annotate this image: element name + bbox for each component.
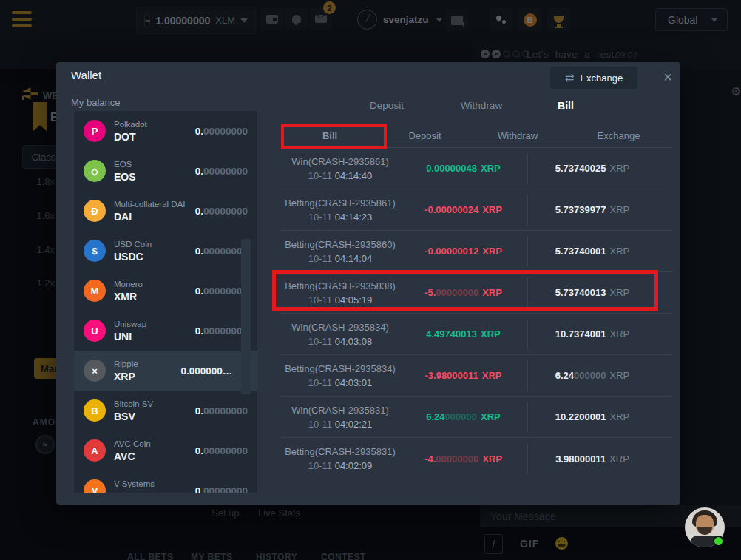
coin-balance: 0.00000000: [195, 485, 248, 493]
coin-balance: 0.00000000: [195, 405, 248, 416]
transaction-balance: 5.73740001XRP: [528, 246, 673, 257]
transaction-description: Betting(CRASH-2935838): [281, 280, 399, 291]
transaction-time: 10-11 04:14:23: [281, 212, 399, 223]
transaction-description: Win(CRASH-2935831): [281, 405, 399, 416]
coin-balance: 0.000000…: [181, 365, 233, 377]
transaction-balance: 5.73739977XRP: [528, 204, 673, 215]
transaction-balance: 5.73740013XRP: [528, 287, 673, 298]
transaction-amount: -5.00000000XRP: [399, 287, 527, 298]
wallet-modal: Wallet ⇄ Exchange × My balance Deposit W…: [56, 62, 680, 505]
coin-icon: ◇: [84, 160, 106, 182]
coin-icon: P: [84, 120, 106, 142]
transaction-balance: 5.73740025XRP: [528, 163, 673, 174]
transaction-time: 10-11 04:14:40: [281, 170, 399, 181]
coin-list-item[interactable]: ◇ EOS EOS 0.00000000 ›: [74, 151, 257, 191]
coin-balance: 0.00000000: [195, 286, 248, 297]
coin-name: Uniswap: [114, 320, 146, 328]
transaction-row: Betting(CRASH-2935834) 10-11 04:03:01 -3…: [281, 355, 673, 397]
coin-ticker: EOS: [114, 171, 136, 183]
transaction-amount: -3.98000011XRP: [399, 370, 527, 381]
coin-icon: Ð: [84, 200, 106, 222]
screen: ≈ 1.00000000 XLM 2 svenjatzu B Global WE…: [0, 0, 741, 560]
coin-icon: V: [84, 479, 106, 493]
coin-list-item[interactable]: × Ripple XRP 0.000000… ›: [74, 351, 257, 391]
coin-list-item[interactable]: B Bitcoin SV BSV 0.00000000 ›: [74, 391, 257, 431]
transaction-description: Win(CRASH-2935861): [281, 156, 399, 167]
header-deposit: Deposit: [379, 130, 471, 141]
coin-list-item[interactable]: $ USD Coin USDC 0.00000000 ›: [74, 231, 257, 271]
coin-icon: ×: [84, 360, 106, 382]
transaction-row: Betting(CRASH-2935860) 10-11 04:14:04 -0…: [281, 231, 673, 272]
transaction-description: Betting(CRASH-2935860): [281, 239, 399, 250]
coin-name: AVC Coin: [114, 439, 151, 448]
coin-list-item[interactable]: M Monero XMR 0.00000000 ›: [74, 271, 257, 311]
transaction-description: Betting(CRASH-2935831): [281, 446, 399, 457]
tab-withdraw[interactable]: Withdraw: [461, 100, 502, 111]
close-icon[interactable]: ×: [657, 66, 679, 88]
transaction-description: Win(CRASH-2935834): [281, 322, 399, 333]
header-exchange: Exchange: [564, 130, 673, 141]
transaction-balance: 3.98000011XRP: [528, 453, 673, 465]
coin-balance: 0.00000000: [195, 126, 248, 137]
exchange-label: Exchange: [580, 72, 623, 84]
transaction-balance: 6.24000000XRP: [528, 370, 673, 381]
exchange-button[interactable]: ⇄ Exchange: [550, 67, 637, 89]
coin-list-item[interactable]: P Polkadot DOT 0.00000000 ›: [74, 111, 257, 151]
coin-ticker: DOT: [114, 131, 147, 143]
transaction-amount: -0.00000012XRP: [399, 246, 527, 257]
coin-list: P Polkadot DOT 0.00000000 › ◇ EOS EOS 0.…: [74, 111, 257, 493]
coin-name: USD Coin: [114, 240, 152, 249]
transaction-amount: 4.49740013XRP: [399, 328, 527, 340]
transaction-amount: 0.00000048XRP: [399, 163, 527, 174]
coin-list-item[interactable]: U Uniswap UNI 0.00000000 ›: [74, 311, 257, 351]
transaction-row: Betting(CRASH-2935861) 10-11 04:14:23 -0…: [281, 189, 673, 231]
transaction-row: Win(CRASH-2935831) 10-11 04:02:21 6.2400…: [281, 397, 673, 438]
transaction-time: 10-11 04:02:09: [281, 460, 399, 471]
coin-icon: B: [84, 399, 106, 422]
coin-icon: U: [84, 320, 106, 342]
coin-ticker: USDC: [114, 251, 152, 263]
coin-name: Bitcoin SV: [114, 399, 153, 408]
coin-balance: 0.00000000: [195, 246, 248, 257]
transaction-row: Betting(CRASH-2935838) 10-11 04:05:19 -5…: [281, 272, 673, 314]
tab-deposit[interactable]: Deposit: [370, 100, 404, 111]
transaction-time: 10-11 04:02:21: [281, 419, 399, 430]
transaction-amount: -4.00000000XRP: [399, 453, 527, 465]
coin-name: V Systems: [114, 479, 155, 488]
transaction-row: Win(CRASH-2935834) 10-11 04:03:08 4.4974…: [281, 314, 673, 355]
bill-table-header: Bill Deposit Withdraw Exchange: [281, 124, 673, 148]
tab-bill[interactable]: Bill: [558, 100, 574, 112]
modal-title: Wallet: [71, 69, 101, 81]
transaction-description: Betting(CRASH-2935861): [281, 198, 399, 209]
coin-balance: 0.00000000: [195, 166, 248, 177]
coin-list-scrollbar[interactable]: [241, 239, 251, 394]
coin-name: Multi-collateral DAI: [114, 200, 186, 209]
coin-list-item[interactable]: A AVC Coin AVC 0.00000000 ›: [74, 431, 257, 470]
bill-table-body: Win(CRASH-2935861) 10-11 04:14:40 0.0000…: [281, 148, 673, 479]
coin-name: Monero: [114, 280, 143, 289]
coin-ticker: XRP: [114, 371, 138, 382]
transaction-amount: 6.24000000XRP: [399, 411, 527, 422]
my-balance-label: My balance: [71, 97, 120, 108]
coin-ticker: VSYS: [114, 490, 155, 493]
coin-icon: A: [84, 439, 106, 462]
coin-list-item[interactable]: Ð Multi-collateral DAI DAI 0.00000000 ›: [74, 191, 257, 231]
coin-balance: 0.00000000: [195, 206, 248, 217]
exchange-arrows-icon: ⇄: [565, 71, 575, 84]
coin-ticker: AVC: [114, 451, 151, 462]
bill-table: Bill Deposit Withdraw Exchange Win(CRASH…: [281, 124, 673, 479]
transaction-balance: 10.7374001XRP: [528, 328, 673, 340]
coin-ticker: XMR: [114, 291, 143, 303]
coin-icon: M: [84, 280, 106, 302]
coin-icon: $: [84, 240, 106, 262]
coin-ticker: UNI: [114, 331, 146, 343]
transaction-time: 10-11 04:05:19: [281, 294, 399, 306]
coin-ticker: BSV: [114, 411, 153, 422]
coin-ticker: DAI: [114, 211, 186, 223]
online-status-dot: [713, 536, 724, 547]
coin-name: Ripple: [114, 360, 138, 368]
transaction-amount: -0.00000024XRP: [399, 204, 527, 215]
coin-balance: 0.00000000: [195, 445, 248, 456]
transaction-time: 10-11 04:03:08: [281, 336, 399, 347]
coin-list-item[interactable]: V V Systems VSYS 0.00000000 ›: [74, 470, 257, 493]
